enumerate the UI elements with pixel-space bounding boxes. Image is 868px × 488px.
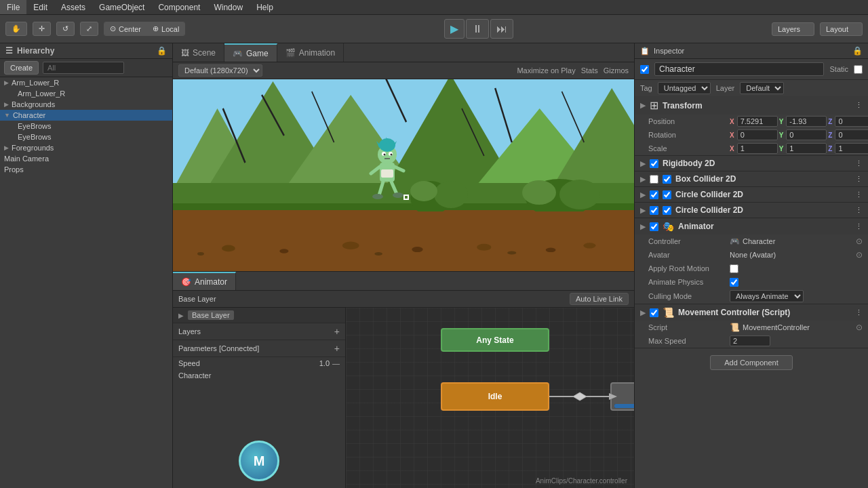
add-layer-btn[interactable]: +: [334, 326, 340, 337]
layout-dropdown[interactable]: Layout: [820, 22, 863, 36]
animator-component-header[interactable]: ▶ 🎭 Animator ⋮: [635, 218, 868, 235]
menu-window[interactable]: Window: [207, 0, 250, 14]
pos-x[interactable]: [737, 116, 778, 127]
menu-component[interactable]: Component: [151, 0, 207, 14]
circlecollider2-active[interactable]: [663, 206, 671, 215]
circlecollider2-menu[interactable]: ⋮: [855, 206, 863, 215]
add-component-btn[interactable]: Add Component: [710, 355, 793, 370]
menu-edit[interactable]: Edit: [26, 0, 54, 14]
tab-animation[interactable]: 🎬 Animation: [277, 43, 344, 62]
circlecollider1-enabled[interactable]: [650, 190, 658, 199]
rigidbody2d-enabled[interactable]: [650, 159, 658, 168]
object-name-input[interactable]: [654, 62, 824, 76]
boxcollider-menu[interactable]: ⋮: [855, 175, 863, 184]
any-state-node[interactable]: Any State: [441, 328, 549, 352]
maximize-btn[interactable]: Maximize on Play: [517, 66, 575, 75]
circlecollider1-menu[interactable]: ⋮: [855, 190, 863, 199]
movement-script-enabled[interactable]: [650, 308, 658, 317]
move-tool-btn[interactable]: ✛: [33, 22, 51, 36]
transform-menu[interactable]: ⋮: [855, 101, 863, 110]
rigidbody2d-menu[interactable]: ⋮: [855, 159, 863, 168]
hierarchy-item-maincamera[interactable]: Main Camera: [0, 153, 172, 164]
script-row: Script 📜 MovementController ⊙: [635, 321, 868, 334]
boxcollider-enabled[interactable]: [650, 175, 658, 184]
max-speed-input[interactable]: [730, 336, 770, 346]
controller-select-btn[interactable]: ⊙: [856, 237, 863, 246]
param-speed-row: Speed 1.0 —: [173, 357, 345, 369]
boxcollider-header[interactable]: ▶ Box Collider 2D ⋮: [635, 171, 868, 186]
script-select-btn[interactable]: ⊙: [856, 323, 863, 332]
scale-tool-btn[interactable]: ⤢: [80, 22, 98, 36]
layers-dropdown[interactable]: Layers: [772, 22, 814, 36]
animator-graph[interactable]: Any State Idle Walk: [346, 308, 634, 488]
layer-dropdown[interactable]: Default: [740, 82, 784, 94]
step-btn[interactable]: ⏭: [490, 19, 513, 39]
menu-assets[interactable]: Assets: [54, 0, 92, 14]
idle-node[interactable]: Idle: [441, 382, 549, 411]
add-param-btn[interactable]: +: [334, 343, 340, 354]
base-layer-tag[interactable]: Base Layer: [188, 310, 234, 320]
param-speed-decrease[interactable]: —: [332, 359, 340, 367]
culling-mode-label: Culling Mode: [648, 292, 730, 300]
animate-physics-checkbox[interactable]: [730, 278, 738, 287]
movement-script-header[interactable]: ▶ 📜 Movement Controller (Script) ⋮: [635, 304, 868, 321]
apply-root-motion-checkbox[interactable]: [730, 264, 738, 273]
hierarchy-item-character[interactable]: ▼ Character: [0, 110, 172, 121]
inspector-lock[interactable]: 🔒: [852, 46, 863, 56]
tab-game[interactable]: 🎮 Game: [224, 43, 277, 62]
gizmos-btn[interactable]: Gizmos: [604, 66, 629, 75]
apply-root-motion-label: Apply Root Motion: [648, 264, 730, 272]
hierarchy-search[interactable]: [43, 62, 124, 74]
animator-component-enabled[interactable]: [650, 222, 658, 231]
scale-x[interactable]: [737, 143, 778, 154]
object-active-checkbox[interactable]: [640, 65, 649, 74]
tab-animator[interactable]: 🎯 Animator: [173, 272, 236, 290]
pos-z[interactable]: [835, 116, 868, 127]
hierarchy-lock[interactable]: 🔒: [157, 46, 167, 56]
menu-gameobject[interactable]: GameObject: [92, 0, 151, 14]
circlecollider2-enabled[interactable]: [650, 206, 658, 215]
circlecollider2-header[interactable]: ▶ Circle Collider 2D ⋮: [635, 203, 868, 218]
resolution-dropdown[interactable]: Default (868x488): [178, 64, 262, 77]
hierarchy-item-backgrounds[interactable]: ▶ Backgrounds: [0, 99, 172, 110]
hierarchy-item-eyebrows2[interactable]: EyeBrows: [0, 131, 172, 142]
boxcollider-active[interactable]: [663, 175, 671, 184]
scale-z[interactable]: [835, 143, 868, 154]
animator-tab-icon: 🎯: [181, 277, 191, 287]
transform-header[interactable]: ▶ ⊞ Transform ⋮: [635, 96, 868, 115]
rotate-tool-btn[interactable]: ↺: [56, 22, 75, 36]
scale-y[interactable]: [786, 143, 827, 154]
stats-btn[interactable]: Stats: [581, 66, 598, 75]
hierarchy-item-props[interactable]: Props: [0, 164, 172, 175]
local-btn[interactable]: ⊕ Local: [147, 22, 184, 35]
animator-component-menu[interactable]: ⋮: [855, 222, 863, 231]
tab-scene[interactable]: 🖼 Scene: [173, 43, 224, 62]
play-btn[interactable]: ▶: [444, 19, 465, 39]
movement-script-section: ▶ 📜 Movement Controller (Script) ⋮ Scrip…: [635, 304, 868, 348]
circlecollider1-active[interactable]: [663, 190, 671, 199]
walk-node[interactable]: Walk: [610, 382, 634, 411]
hierarchy-item-foregrounds[interactable]: ▶ Foregrounds: [0, 142, 172, 153]
hierarchy-create-btn[interactable]: Create: [4, 61, 39, 75]
auto-live-btn[interactable]: Auto Live Link: [570, 293, 629, 305]
rigidbody2d-header[interactable]: ▶ Rigidbody 2D ⋮: [635, 156, 868, 171]
rot-y[interactable]: [786, 129, 827, 140]
pos-y[interactable]: [786, 116, 827, 127]
circlecollider1-header[interactable]: ▶ Circle Collider 2D ⋮: [635, 187, 868, 202]
static-checkbox[interactable]: [854, 65, 863, 74]
tag-dropdown[interactable]: Untagged: [658, 82, 711, 94]
hierarchy-item-eyebrows1[interactable]: EyeBrows: [0, 121, 172, 131]
culling-mode-dropdown[interactable]: Always Animate: [730, 290, 804, 302]
menu-file[interactable]: File: [0, 0, 26, 14]
hierarchy-item[interactable]: ▶ Arm_Lower_R: [0, 77, 172, 88]
hand-tool-btn[interactable]: ✋: [5, 22, 27, 36]
avatar-select-btn[interactable]: ⊙: [856, 250, 863, 260]
rot-x[interactable]: [737, 129, 778, 140]
hierarchy-item[interactable]: Arm_Lower_R: [0, 88, 172, 99]
rot-z[interactable]: [835, 129, 868, 140]
pause-btn[interactable]: ⏸: [466, 19, 489, 39]
menu-help[interactable]: Help: [250, 0, 280, 14]
center-btn[interactable]: ⊙ Center: [104, 22, 147, 35]
object-header: Static: [635, 59, 868, 80]
movement-script-menu[interactable]: ⋮: [855, 308, 863, 317]
